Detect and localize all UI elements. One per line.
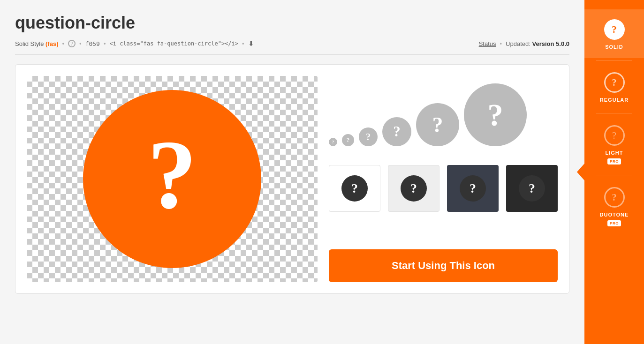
regular-icon: ?: [603, 71, 626, 94]
large-question-mark: ?: [148, 125, 197, 224]
help-icon[interactable]: ?: [68, 40, 76, 47]
right-sidebar: ? SOLID ? REGULAR ? LIGHT PRO ? DUOTONE …: [584, 0, 644, 344]
size-xl: ?: [416, 103, 459, 146]
q-white-icon: ?: [604, 19, 625, 40]
light-pro-badge: PRO: [607, 158, 621, 165]
size-item-lg: ?: [382, 117, 411, 146]
page-title: question-circle: [15, 13, 569, 33]
size-item-xl: ?: [416, 103, 459, 146]
size-variants: ? ? ? ? ? ?: [329, 76, 558, 156]
dot-3: •: [104, 40, 106, 47]
dot-1: •: [62, 40, 65, 47]
size-md: ?: [359, 127, 378, 146]
main-content: question-circle Solid Style (fas) • ? • …: [0, 0, 584, 344]
dot-2: •: [79, 40, 82, 47]
regular-label: REGULAR: [600, 97, 629, 103]
duotone-label: DUOTONE: [600, 212, 629, 217]
divider-3: [596, 175, 632, 175]
sidebar-item-light[interactable]: ? LIGHT PRO: [584, 115, 644, 173]
sidebar-item-solid[interactable]: ? SOLID: [584, 9, 644, 58]
sidebar-item-regular[interactable]: ? REGULAR: [584, 62, 644, 111]
dot-5: •: [500, 40, 502, 47]
meta-bar-right: Status • Updated: Version 5.0.0: [479, 40, 569, 47]
q-duotone-icon: ?: [604, 187, 625, 208]
q-outline-icon: ?: [604, 72, 625, 93]
q-light-icon: ?: [604, 125, 625, 146]
divider-1: [596, 60, 632, 60]
size-lg: ?: [382, 117, 411, 146]
light-icon: ?: [603, 124, 626, 147]
right-panel: ? ? ? ? ? ?: [329, 76, 558, 282]
download-icon[interactable]: ⬇: [248, 39, 254, 48]
duotone-pro-badge: PRO: [607, 220, 621, 226]
start-using-button[interactable]: Start Using This Icon: [329, 249, 558, 282]
dot-4: •: [242, 40, 244, 47]
status-link[interactable]: Status: [479, 40, 496, 47]
color-variants: ? ? ? ?: [329, 165, 558, 212]
size-item-xxl: ?: [464, 83, 527, 146]
code-snippet[interactable]: <i class="fas fa-question-circle"></i>: [110, 40, 239, 47]
large-preview: ?: [27, 76, 318, 282]
q-on-black: ?: [519, 175, 545, 202]
q-on-white: ?: [341, 175, 368, 202]
color-box-white: ?: [329, 165, 380, 212]
color-box-dark: ?: [447, 165, 499, 212]
solid-icon: ?: [603, 18, 626, 41]
unicode-value: f059: [85, 40, 100, 47]
fas-label: (fas): [45, 40, 58, 47]
size-xxl: ?: [464, 83, 527, 146]
light-label: LIGHT: [606, 150, 623, 156]
solid-label: SOLID: [605, 44, 623, 50]
size-item-sm: ?: [342, 134, 354, 146]
q-on-light: ?: [401, 175, 427, 202]
divider-2: [596, 113, 632, 113]
meta-bar: Solid Style (fas) • ? • f059 • <i class=…: [15, 39, 569, 55]
size-xs: ?: [329, 138, 337, 146]
duotone-icon: ?: [603, 186, 626, 209]
color-box-black: ?: [506, 165, 558, 212]
style-label: Solid Style (fas): [15, 40, 59, 47]
size-item-xs: ?: [329, 138, 337, 146]
updated-text: Updated: Version 5.0.0: [506, 40, 569, 47]
color-box-light: ?: [388, 165, 439, 212]
q-on-dark: ?: [460, 175, 486, 202]
sidebar-item-duotone[interactable]: ? DUOTONE PRO: [584, 177, 644, 235]
size-sm: ?: [342, 134, 354, 146]
large-icon-circle: ?: [83, 90, 261, 268]
preview-area: ? ? ? ? ? ?: [15, 64, 569, 294]
size-item-md: ?: [359, 127, 378, 146]
